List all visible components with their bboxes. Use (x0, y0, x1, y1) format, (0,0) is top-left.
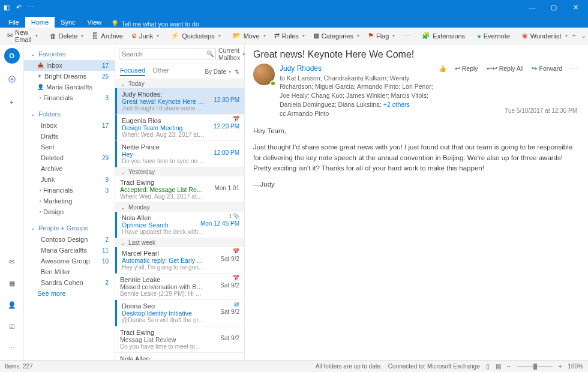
message-item[interactable]: ! 📎 Nola Allen Optimize Search I have up… (115, 212, 244, 238)
message-item[interactable]: 📅 Eugenia Rios Design Team Meeting When:… (115, 115, 244, 141)
sender-name[interactable]: Judy Rhodes (280, 64, 436, 74)
tasks-rail-icon[interactable]: ☑ (5, 319, 19, 334)
people-rail-icon[interactable]: 👤 (5, 298, 19, 312)
extensions-button[interactable]: 🧩Extensions (418, 31, 469, 41)
people-contoso[interactable]: Contoso Design2 (24, 234, 115, 245)
fav-inbox[interactable]: 📥Inbox17 (24, 60, 115, 71)
calendar-icon: 📅 (233, 275, 239, 281)
rules-button[interactable]: ⇄Rules▾ (271, 31, 308, 41)
more-actions-button[interactable]: ⋯ (568, 64, 580, 74)
folder-marketing[interactable]: ›Marketing (24, 196, 115, 206)
reply-button[interactable]: ↩Reply (452, 64, 481, 74)
folder-inbox[interactable]: Inbox17 (24, 120, 115, 131)
msg-preview: Do you have time to meet tomorrow to … (120, 343, 204, 350)
folder-deleted[interactable]: Deleted29 (24, 152, 115, 163)
reply-all-button[interactable]: ↩↩Reply All (484, 64, 526, 74)
message-item[interactable]: 📅 Bennie Leake Missed conversation with … (115, 274, 244, 300)
people-sandra[interactable]: Sandra Cohen2 (24, 277, 115, 288)
archive-button[interactable]: 🗄Archive (88, 31, 127, 41)
msg-subject: Accepted: Message List Rendezvous Par… (120, 186, 204, 193)
fav-maria[interactable]: 👤Maria Garcialfts (24, 82, 115, 92)
folder-financials[interactable]: ›Financials3 (24, 185, 115, 196)
tab-sync[interactable]: Sync (55, 17, 81, 28)
fav-bright-dreams[interactable]: ☀Bright Dreams26 (24, 71, 115, 82)
message-item[interactable]: Nettie Prince Hey Do you have time to sy… (115, 141, 244, 167)
minimize-button[interactable]: — (522, 0, 542, 14)
close-button[interactable]: ✕ (565, 0, 586, 14)
folder-drafts[interactable]: Drafts (24, 131, 115, 142)
outlook-icon[interactable]: O (4, 48, 20, 64)
group-today[interactable]: ⌄Today (115, 79, 244, 88)
tab-focused[interactable]: Focused (120, 67, 145, 76)
wunderlist-button[interactable]: ◉Wunderlist▾ (518, 31, 571, 41)
tell-me[interactable]: 💡 Tell me what you want to do (111, 20, 199, 28)
search-icon[interactable]: 🔍 (206, 50, 214, 57)
search-scope[interactable]: Current Mailbox▾ (218, 47, 245, 61)
zoom-thumb[interactable] (533, 364, 537, 370)
junk-button[interactable]: ⊘Junk▾ (128, 31, 163, 41)
group-yesterday[interactable]: ⌄Yesterday (115, 167, 244, 176)
msg-preview: Do you have time to sync on the present… (122, 158, 206, 164)
favorites-header[interactable]: ⌄Favorites (24, 48, 115, 60)
people-ben[interactable]: Ben Miller (24, 266, 115, 277)
more-rail-icon[interactable]: ⋯ (5, 341, 19, 355)
more-button[interactable]: ⋯ (400, 31, 413, 41)
folder-sent[interactable]: Sent (24, 142, 115, 152)
quicksteps-button[interactable]: ⚡Quicksteps▾ (167, 31, 224, 41)
flag-button[interactable]: ⚑Flag▾ (364, 31, 398, 41)
mail-rail-icon[interactable]: ✉ (5, 254, 19, 269)
chevron-down-icon: ⌄ (30, 225, 36, 231)
people-header[interactable]: ⌄People + Groups (24, 222, 115, 234)
msg-subject: Desktop Identity Initiative (122, 310, 206, 317)
move-button[interactable]: 📂Move▾ (229, 31, 269, 41)
chevron-right-icon: › (37, 209, 43, 215)
evernote-button[interactable]: ●Evernote (473, 31, 514, 41)
extensions-label: Extensions (433, 32, 465, 40)
categories-button[interactable]: ▦Categories▾ (310, 31, 363, 41)
like-button[interactable]: 👍 (436, 64, 449, 74)
zoom-slider[interactable] (517, 366, 553, 367)
message-item[interactable]: Judy Rhodes; Great news! Keynote Here We… (115, 88, 244, 115)
undo-icon[interactable]: ↶ (14, 3, 23, 11)
group-monday[interactable]: ⌄Monday (115, 203, 244, 212)
message-item[interactable]: Traci Ewing Messag List Review Do you ha… (115, 326, 244, 353)
folder-design[interactable]: ›Design (24, 206, 115, 217)
zoom-in-button[interactable]: + (559, 363, 562, 370)
body-paragraph: Just thought I'd share some great news w… (253, 142, 580, 173)
add-account-icon[interactable]: + (5, 95, 19, 109)
folders-header[interactable]: ⌄Folders (24, 108, 115, 120)
sort-button[interactable]: By Date▾⇅ (205, 67, 239, 76)
sender-avatar[interactable] (253, 64, 275, 85)
forward-button[interactable]: ↪Forward (529, 64, 565, 74)
view-reading-icon[interactable]: ▤ (496, 363, 501, 370)
group-lastweek[interactable]: ⌄Last week (115, 238, 244, 247)
view-normal-icon[interactable]: ▯ (486, 363, 490, 370)
msg-time: Sat 9/2 (220, 308, 239, 315)
message-item[interactable]: @ Donna Seo Desktop Identity Initiative … (115, 300, 244, 326)
people-awesome[interactable]: Awesome Group10 (24, 256, 115, 266)
folder-junk[interactable]: Junk9 (24, 174, 115, 185)
see-more-link[interactable]: See more (24, 288, 115, 299)
calendar-rail-icon[interactable]: ▦ (5, 276, 19, 290)
delete-button[interactable]: 🗑Delete▾ (46, 31, 88, 41)
mention-icon: @ (234, 301, 239, 307)
tab-home[interactable]: Home (25, 17, 55, 28)
search-input[interactable] (119, 49, 216, 59)
message-item[interactable]: 📅 Marcel Pearl Automatic reply: Get Earl… (115, 247, 244, 274)
people-maria[interactable]: Maria Garcialfts11 (24, 245, 115, 256)
google-icon[interactable] (5, 72, 19, 86)
more-recipients[interactable]: +2 others (383, 101, 410, 108)
message-item[interactable]: Traci Ewing Accepted: Message List Rende… (115, 176, 244, 203)
ribbon-collapse-icon[interactable]: ⌄ (581, 32, 586, 40)
zoom-out-button[interactable]: − (507, 363, 511, 370)
message-item[interactable]: Nola Allen (115, 353, 244, 360)
fav-financials[interactable]: ›Financials3 (24, 92, 115, 103)
new-email-button[interactable]: ✉New Email▾ (4, 28, 41, 44)
tab-file[interactable]: File (2, 17, 25, 28)
ribbon-add-icon[interactable]: + (572, 32, 576, 40)
folder-archive[interactable]: Archive (24, 163, 115, 174)
maximize-button[interactable]: ▢ (544, 0, 564, 14)
more-icon[interactable]: ⋯ (26, 3, 35, 11)
tab-view[interactable]: View (82, 17, 108, 28)
tab-other[interactable]: Other (152, 67, 169, 76)
